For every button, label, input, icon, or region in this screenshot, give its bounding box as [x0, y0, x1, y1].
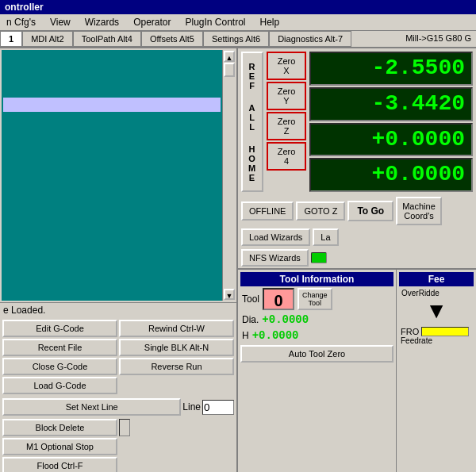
scroll-thumb[interactable] — [224, 63, 235, 77]
arrow-down-icon[interactable]: ▼ — [401, 298, 472, 324]
scroll-placeholder2 — [119, 419, 130, 436]
dro-axis4-value[interactable]: +0.0000 — [309, 158, 473, 192]
load-wizards-button[interactable]: Load Wizards — [241, 228, 310, 246]
menu-help[interactable]: Help — [257, 16, 283, 29]
dro-y-value[interactable]: -3.4420 — [309, 87, 473, 121]
scroll-bar-placeholder — [119, 377, 234, 394]
bottom-btn-grid: Edit G-Code Rewind Ctrl-W Recent File Si… — [0, 317, 236, 397]
feed-content: OverRidde ▼ FRO Feedrate — [399, 286, 474, 347]
zero-x-button[interactable]: ZeroX — [267, 52, 306, 80]
title-text: ontroller — [5, 2, 44, 13]
nfs-wizards-button[interactable]: NFS Wizards — [241, 249, 309, 267]
wizards-row: Load Wizards La — [238, 227, 476, 248]
main-content: ▲ ▼ e Loaded. Edit G-Code Rewind Ctrl-W … — [0, 48, 476, 472]
set-next-line-row: Set Next Line Line — [0, 397, 236, 417]
zero-z-button[interactable]: ZeroZ — [267, 112, 306, 140]
zero-y-button[interactable]: ZeroY — [267, 82, 306, 110]
tab-diagnostics[interactable]: Diagnostics Alt-7 — [269, 31, 351, 47]
tool-info-panel: Tool Information Tool 0 ChangeTool Dia. … — [238, 270, 397, 472]
tab-toolpath[interactable]: ToolPath Alt4 — [73, 31, 141, 47]
title-bar: ontroller — [0, 0, 476, 14]
nfs-wizards-row: NFS Wizards — [238, 248, 476, 268]
flood-button[interactable]: Flood Ctrl-F — [2, 457, 117, 472]
empty-placeholder — [119, 438, 234, 455]
ref-all-home-button[interactable]: R E F A L L H O M E — [241, 52, 263, 192]
zero-4-button[interactable]: Zero4 — [267, 142, 306, 171]
la-button[interactable]: La — [313, 228, 338, 246]
h-label: H — [242, 330, 249, 341]
goto-z-button[interactable]: GOTO Z — [296, 201, 345, 221]
set-next-line-button[interactable]: Set Next Line — [2, 398, 181, 416]
fro-bar — [421, 327, 469, 336]
left-panel: ▲ ▼ e Loaded. Edit G-Code Rewind Ctrl-W … — [0, 48, 238, 472]
recent-file-button[interactable]: Recent File — [2, 339, 117, 356]
gcode-display[interactable]: ▲ ▼ — [2, 50, 235, 301]
line-input[interactable] — [202, 400, 234, 415]
line-label: Line — [182, 401, 201, 413]
to-go-button[interactable]: To Go — [347, 201, 393, 221]
close-gcode-button[interactable]: Close G-Code — [2, 358, 117, 375]
menu-plugin[interactable]: PlugIn Control — [182, 16, 248, 29]
menu-operator[interactable]: Operator — [130, 16, 174, 29]
line-display: Line — [182, 400, 234, 415]
gcode-line-highlight — [3, 98, 221, 112]
auto-tool-zero-button[interactable]: Auto Tool Zero — [240, 345, 393, 363]
tab-1[interactable]: 1 — [0, 31, 22, 47]
menu-view[interactable]: View — [47, 16, 74, 29]
rewind-button[interactable]: Rewind Ctrl-W — [119, 320, 234, 337]
feed-title: Fee — [399, 272, 474, 286]
tab-right-info: Mill->G15 G80 G — [401, 31, 476, 47]
feedrate-label: Feedrate — [401, 336, 472, 345]
scroll-up-btn[interactable]: ▲ — [224, 51, 235, 62]
fro-label: FRO — [401, 327, 419, 336]
status-text: e Loaded. — [3, 305, 45, 316]
dro-section: R E F A L L H O M E ZeroX ZeroY ZeroZ Ze… — [238, 48, 476, 195]
tool-number-display: 0 — [263, 288, 294, 310]
menu-wizards[interactable]: Wizards — [82, 16, 122, 29]
machine-coords-button[interactable]: MachineCoord's — [396, 197, 442, 225]
dia-row: Dia. +0.0000 — [240, 312, 393, 328]
tool-info-title: Tool Information — [240, 272, 393, 286]
h-value: +0.0000 — [252, 329, 299, 342]
tool-number-row: Tool 0 ChangeTool — [240, 286, 393, 312]
green-led-indicator — [311, 252, 327, 263]
scroll-down-btn[interactable]: ▼ — [224, 289, 235, 300]
edit-gcode-button[interactable]: Edit G-Code — [2, 320, 117, 337]
dia-label: Dia. — [242, 314, 259, 325]
load-gcode-button[interactable]: Load G-Code — [2, 377, 117, 394]
gcode-scrollbar[interactable]: ▲ ▼ — [222, 50, 235, 301]
bottom-section: Tool Information Tool 0 ChangeTool Dia. … — [238, 268, 476, 472]
offline-button[interactable]: OFFLINE — [241, 201, 294, 221]
tab-offsets[interactable]: Offsets Alt5 — [141, 31, 203, 47]
dro-control-row: OFFLINE GOTO Z To Go MachineCoord's — [238, 195, 476, 227]
right-panel: R E F A L L H O M E ZeroX ZeroY ZeroZ Ze… — [238, 48, 476, 472]
extra-btn-grid: Block Delete M1 Optional Stop Flood Ctrl… — [0, 417, 236, 472]
tab-bar: 1 MDI Alt2 ToolPath Alt4 Offsets Alt5 Se… — [0, 31, 476, 48]
overridden-label: OverRidde — [401, 288, 472, 298]
dro-x-value[interactable]: -2.5500 — [309, 52, 473, 86]
menu-ncfgs[interactable]: n Cfg's — [3, 16, 39, 29]
menu-bar: n Cfg's View Wizards Operator PlugIn Con… — [0, 14, 476, 31]
block-delete-button[interactable]: Block Delete — [2, 419, 117, 436]
reverse-run-button[interactable]: Reverse Run — [119, 358, 234, 375]
dro-displays: -2.5500 -3.4420 +0.0000 +0.0000 — [309, 52, 473, 192]
tab-mdi[interactable]: MDI Alt2 — [22, 31, 73, 47]
single-blk-button[interactable]: Single BLK Alt-N — [119, 339, 234, 356]
dia-value: +0.0000 — [262, 313, 309, 326]
status-bar: e Loaded. — [0, 302, 236, 317]
tool-label: Tool — [242, 294, 259, 305]
dro-z-value[interactable]: +0.0000 — [309, 123, 473, 157]
fro-row: FRO — [401, 327, 472, 336]
m1-optional-stop-button[interactable]: M1 Optional Stop — [2, 438, 117, 455]
h-row: H +0.0000 — [240, 328, 393, 343]
change-tool-button[interactable]: ChangeTool — [298, 288, 332, 310]
zero-buttons-group: ZeroX ZeroY ZeroZ Zero4 — [267, 52, 306, 192]
feed-section: Fee OverRidde ▼ FRO Feedrate — [397, 270, 476, 472]
tab-settings[interactable]: Settings Alt6 — [203, 31, 269, 47]
